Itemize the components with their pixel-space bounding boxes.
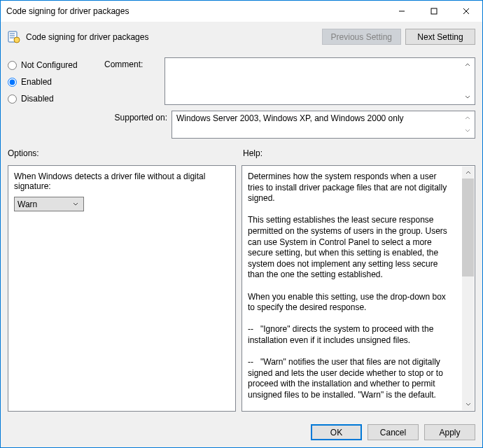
titlebar[interactable]: Code signing for driver packages [1,1,482,22]
supported-label: Supported on: [104,111,167,122]
ok-button[interactable]: OK [311,424,362,440]
cancel-button[interactable]: Cancel [368,424,419,440]
close-button[interactable] [450,1,482,22]
options-prompt: When Windows detects a driver file witho… [14,172,230,191]
header-title: Code signing for driver packages [26,32,322,42]
radio-enabled-label: Enabled [21,77,52,87]
options-section-label: Options: [8,148,236,158]
radio-enabled[interactable]: Enabled [8,77,92,87]
svg-point-8 [14,37,20,43]
dialog-window: Code signing for driver packages [0,0,483,448]
radio-disabled[interactable]: Disabled [8,94,92,104]
options-panel: When Windows detects a driver file witho… [8,165,236,412]
window-title: Code signing for driver packages [6,6,386,16]
previous-setting-button: Previous Setting [322,29,401,45]
state-radio-group: Not Configured Enabled Disabled [8,57,92,139]
supported-on-text: Windows Server 2003, Windows XP, and Win… [172,111,475,125]
next-setting-button[interactable]: Next Setting [405,29,475,45]
comment-label: Comment: [104,57,160,69]
nav-buttons: Previous Setting Next Setting [322,29,475,45]
radio-enabled-input[interactable] [8,78,17,87]
supported-on-box: Windows Server 2003, Windows XP, and Win… [172,111,475,139]
panels: When Windows detects a driver file witho… [1,161,482,417]
svg-line-2 [463,8,469,14]
svg-rect-1 [431,8,437,14]
radio-not-configured-input[interactable] [8,61,17,70]
dropdown-value: Warn [18,200,37,209]
chevron-down-icon [70,197,81,211]
radio-not-configured-label: Not Configured [21,60,78,70]
content-area: Code signing for driver packages Previou… [1,22,482,447]
scroll-up-icon[interactable] [462,167,474,178]
signature-response-dropdown[interactable]: Warn [14,197,84,211]
scrollbar-thumb[interactable] [462,178,474,276]
apply-button[interactable]: Apply [424,424,475,440]
comment-row: Comment: [104,57,475,105]
supported-row: Supported on: Windows Server 2003, Windo… [104,111,475,139]
scroll-down-icon[interactable] [462,398,474,410]
section-labels: Options: Help: [1,139,482,161]
help-panel: Determines how the system responds when … [241,165,475,412]
help-text: Determines how the system responds when … [248,172,469,405]
minimize-button[interactable] [386,1,418,22]
scroll-down-icon [462,125,473,136]
dialog-footer: OK Cancel Apply [1,417,482,447]
top-form: Not Configured Enabled Disabled Comment: [1,52,482,139]
radio-disabled-label: Disabled [21,94,54,104]
maximize-button[interactable] [418,1,450,22]
svg-line-3 [463,8,469,14]
policy-icon [8,31,20,43]
window-controls [386,1,482,22]
scroll-up-icon[interactable] [462,59,473,71]
help-scrollbar[interactable] [462,167,474,410]
form-fields: Comment: Supported on: [104,57,475,139]
comment-textarea[interactable] [164,57,475,105]
scroll-up-icon [462,113,473,124]
header-row: Code signing for driver packages Previou… [1,22,482,52]
radio-not-configured[interactable]: Not Configured [8,60,92,70]
help-section-label: Help: [243,148,475,158]
radio-disabled-input[interactable] [8,94,17,104]
scroll-down-icon[interactable] [462,92,473,103]
